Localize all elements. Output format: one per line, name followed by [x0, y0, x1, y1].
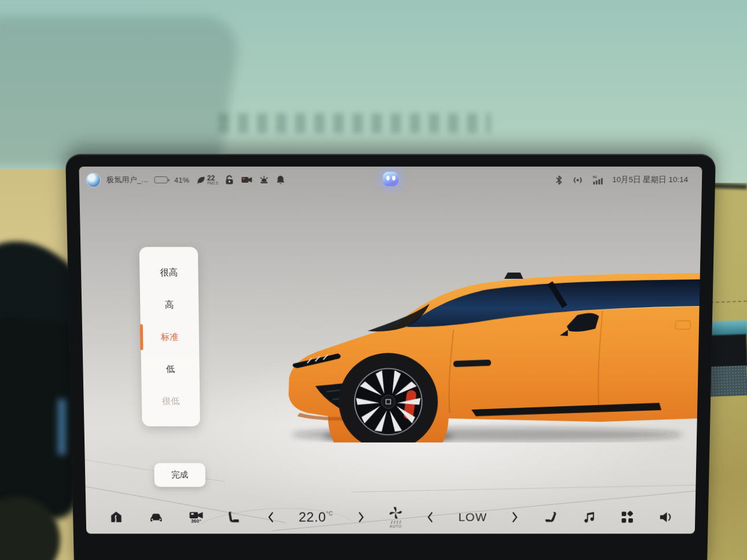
volume-icon: [659, 511, 674, 524]
wind-level-value: LOW: [458, 511, 487, 524]
level-option-low[interactable]: 低: [141, 355, 200, 384]
camera-360-button[interactable]: 360°: [189, 511, 204, 524]
fan-level-ticks: [391, 521, 401, 524]
windshield-text-reflection: [219, 113, 491, 133]
unlock-icon[interactable]: [225, 175, 235, 185]
wind-level-display[interactable]: LOW: [458, 511, 487, 524]
user-avatar[interactable]: [87, 173, 100, 186]
apps-button[interactable]: [621, 511, 635, 524]
assistant-eye: [392, 175, 395, 180]
infotainment-screen: 极氪用户_... 41% 22PM2.5: [79, 167, 702, 534]
temp-decrease-button[interactable]: [267, 511, 274, 522]
pm25-value: 22: [207, 175, 218, 182]
bluetooth-icon: [555, 175, 562, 185]
sentry-alarm-icon[interactable]: [259, 175, 270, 185]
temperature-unit: °C: [326, 511, 333, 517]
media-button[interactable]: [582, 510, 597, 524]
hotspot-icon: [572, 175, 583, 184]
temp-increase-button[interactable]: [358, 511, 365, 522]
voice-assistant-avatar[interactable]: [383, 172, 399, 186]
user-name[interactable]: 极氪用户_...: [106, 175, 149, 185]
windshield-screen-reflection: [0, 16, 244, 167]
seat-adjust-button[interactable]: [228, 510, 243, 524]
level-option-high[interactable]: 高: [140, 291, 199, 319]
wind-increase-button[interactable]: [512, 511, 518, 522]
wind-decrease-button[interactable]: [427, 511, 434, 522]
music-note-icon: [582, 510, 597, 524]
fan-icon: [389, 506, 402, 520]
dashcam-icon[interactable]: [241, 175, 253, 185]
temperature-value: 22.0: [299, 510, 326, 525]
cellular-signal-icon: 5G: [593, 175, 603, 185]
seat-icon: [228, 510, 243, 524]
assistant-eye: [386, 175, 389, 180]
center-display-bezel: 极氪用户_... 41% 22PM2.5: [65, 154, 716, 560]
fan-auto-label: AUTO: [389, 524, 402, 528]
seat-recline-icon: [543, 510, 558, 524]
home-button[interactable]: [108, 510, 124, 525]
bezel-blue-reflection: [58, 399, 66, 455]
signal-5g-label: 5G: [593, 175, 597, 178]
camera-360-label: 360°: [191, 518, 201, 524]
chevron-left-icon: [267, 511, 274, 522]
air-quality-indicator: 22PM2.5: [196, 175, 218, 185]
status-datetime: 10月5日 星期日 10:14: [612, 175, 688, 185]
level-picker-panel: 很高 高 标准 低 很低: [139, 247, 200, 426]
seat-comfort-button[interactable]: [543, 510, 558, 524]
leaf-icon: [196, 175, 205, 185]
fan-auto-button[interactable]: AUTO: [389, 506, 402, 528]
home-icon: [108, 510, 124, 525]
level-option-standard[interactable]: 标准: [141, 323, 199, 351]
bottom-dock: 360° 22.0°C: [86, 504, 696, 530]
cabin-photo: 极氪用户_... 41% 22PM2.5: [0, 0, 747, 560]
chevron-right-icon: [512, 511, 518, 522]
status-bar: 极氪用户_... 41% 22PM2.5: [79, 167, 702, 193]
chevron-left-icon: [427, 511, 434, 522]
notification-bell-icon[interactable]: [276, 175, 286, 185]
chevron-right-icon: [358, 511, 365, 522]
battery-percent: 41%: [174, 175, 189, 184]
selected-indicator-bar: [140, 324, 143, 350]
car-icon: [148, 511, 164, 524]
vehicle-3d-render: [281, 271, 700, 443]
level-option-very-high[interactable]: 很高: [139, 259, 198, 287]
pm25-label: PM2.5: [207, 182, 218, 185]
temperature-display[interactable]: 22.0°C: [299, 510, 333, 525]
level-option-very-low[interactable]: 很低: [142, 387, 200, 415]
done-button[interactable]: 完成: [154, 463, 205, 487]
app-grid-icon: [621, 511, 635, 524]
volume-button[interactable]: [659, 511, 674, 524]
vehicle-button[interactable]: [148, 511, 164, 524]
battery-icon: [154, 176, 168, 183]
